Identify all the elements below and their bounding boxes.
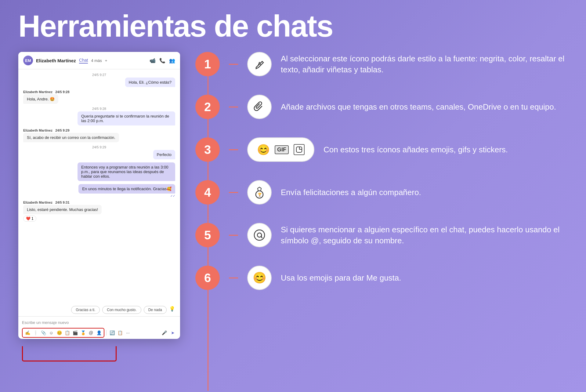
gif-icon[interactable]: 😊 (56, 329, 63, 336)
number-2: 2 (195, 95, 220, 119)
emoji-icon[interactable]: ☺ (48, 329, 55, 336)
toolbar: ✍ ❕ 📎 ☺ 😊 📋 🎬 🏅 @ 👤 🔄 📋 ··· 🎤 ➤ (22, 328, 176, 338)
gif-feature-icon: GIF (275, 145, 289, 154)
connector-h (229, 107, 238, 107)
loop-icon[interactable]: 🔄 (108, 329, 116, 336)
gif2-icon[interactable]: 🎬 (71, 329, 79, 336)
feature-text-3: Con estos tres íconos añades emojis, gif… (324, 144, 571, 155)
feature-item-2: 2 Añade archivos que tengas en otros tea… (195, 95, 571, 119)
mention-feature-icon (247, 223, 272, 247)
message-bubble: Hola, Andre. 🤩 (23, 94, 58, 104)
feature-item-1: 1 A Al seleccionar este ícono podrás dar… (195, 52, 571, 76)
message-bubble: Quería preguntarte si te confirmaron la … (78, 111, 175, 125)
message-bubble: Listo, estaré pendiente. Muchas gracias! (23, 205, 102, 214)
chat-header: EM Elizabeth Martínez Chat 4 más + 📹 📞 👥 (18, 52, 180, 69)
msg-timestamp: 24/5 9:27 (92, 73, 106, 77)
important-icon[interactable]: ❕ (32, 329, 39, 336)
number-3: 3 (195, 137, 220, 162)
connector-h (229, 235, 238, 236)
msg-sender: Elizabeth Martínez 24/5 9:31 (23, 201, 70, 204)
svg-text:🏆: 🏆 (258, 192, 262, 197)
feature-text-2: Añade archivos que tengas en otros teams… (281, 101, 571, 112)
send-icon[interactable]: ➤ (169, 329, 176, 336)
suggestions-icon: 💡 (169, 306, 175, 314)
connector-h (229, 278, 238, 278)
format-text-feature-icon: A (247, 52, 272, 76)
phone-call-icon[interactable]: 📞 (159, 58, 165, 64)
medal-svg: 🏆 (254, 186, 265, 199)
header-action-icons: 📹 📞 👥 (150, 58, 175, 64)
message-group: Elizabeth Martínez 24/5 9:29 Sí, acabo d… (23, 129, 175, 142)
sticker-icon[interactable]: 📋 (63, 329, 71, 336)
toolbar-highlighted-group: ✍ ❕ 📎 ☺ 😊 📋 🎬 🏅 @ 👤 (22, 328, 104, 338)
chat-tab-label[interactable]: Chat (79, 58, 88, 64)
message-input-placeholder[interactable]: Escribe un mensaje nuevo (22, 319, 176, 326)
message-group: En unos minutos te llega la notificación… (23, 184, 175, 198)
msg-sender: Elizabeth Martínez 24/5 9:29 (23, 129, 70, 132)
format-text-icon[interactable]: ✍ (24, 329, 31, 336)
participants-icon[interactable]: 👥 (169, 58, 175, 64)
reaction-badge[interactable]: ❤️ 1 (23, 216, 36, 222)
svg-text:A: A (258, 61, 261, 66)
pen-svg: A (253, 58, 266, 71)
feature-item-5: 5 Si quieres mencionar a alguien específ… (195, 223, 571, 247)
reaction-count: 1 (31, 216, 34, 221)
quick-reply-1[interactable]: Gracias a ti. (71, 306, 100, 314)
message-group: 24/5 9:28 Quería preguntarte si te confi… (23, 107, 175, 125)
people-icon[interactable]: 👤 (95, 329, 103, 336)
read-receipt-icon: ✓✓ (170, 194, 175, 198)
message-bubble: Sí, acabo de recibir un correo con la co… (23, 133, 119, 142)
svg-point-5 (257, 233, 262, 237)
features-list: 1 A Al seleccionar este ícono podrás dar… (195, 52, 571, 290)
message-group: Entonces voy a programar otra reunión a … (23, 162, 175, 181)
quick-reply-3[interactable]: De nada (144, 306, 167, 314)
connector-h (229, 64, 238, 65)
chat-window: EM Elizabeth Martínez Chat 4 más + 📹 📞 👥… (18, 52, 180, 339)
praise-icon[interactable]: 🏅 (79, 329, 87, 336)
message-bubble: Entonces voy a programar otra reunión a … (78, 162, 175, 181)
quick-reply-2[interactable]: Con mucho gusto. (102, 306, 141, 314)
message-group: Elizabeth Martínez 24/5 9:31 Listo, esta… (23, 201, 175, 222)
add-tab-button[interactable]: + (105, 58, 107, 63)
page-title: Herramientas de chats (18, 9, 333, 43)
number-1: 1 (195, 52, 220, 76)
msg-timestamp: 24/5 9:29 (92, 145, 106, 149)
like-emoji-symbol: 😊 (253, 271, 266, 284)
whiteboard-icon[interactable]: 📋 (116, 329, 124, 336)
message-bubble: Perfecto (153, 150, 175, 159)
message-bubble: En unos minutos te llega la notificación… (78, 184, 175, 194)
feature-text-5: Si quieres mencionar a alguien específic… (281, 224, 571, 246)
emoji-gif-sticker-icons: 😊 GIF (247, 137, 314, 162)
number-6: 6 (195, 266, 220, 290)
paperclip-svg (253, 101, 266, 113)
number-4: 4 (195, 180, 220, 205)
like-emoji-feature-icon: 😊 (247, 266, 272, 290)
contact-name: Elizabeth Martínez (36, 58, 76, 63)
mention-icon[interactable]: @ (87, 329, 95, 336)
attach-feature-icon (247, 95, 272, 119)
medal-feature-icon: 🏆 (247, 180, 272, 205)
msg-timestamp: 24/5 9:28 (92, 107, 106, 111)
chat-input-area: Escribe un mensaje nuevo ✍ ❕ 📎 ☺ 😊 📋 🎬 🏅… (18, 316, 180, 339)
message-group: Elizabeth Martínez 24/5 9:28 Hola, Andre… (23, 90, 175, 104)
feature-text-6: Usa los emojis para dar Me gusta. (281, 272, 571, 283)
feature-text-4: Envía felicitaciones a algún compañero. (281, 187, 571, 198)
toolbar-right-icons: 🎤 ➤ (161, 329, 176, 336)
reaction-row: ❤️ 1 (23, 216, 36, 222)
dictate-icon[interactable]: 🎤 (161, 329, 168, 336)
msg-sender: Elizabeth Martínez 24/5 9:28 (23, 90, 70, 94)
feature-item-6: 6 😊 Usa los emojis para dar Me gusta. (195, 266, 571, 290)
more-options-icon[interactable]: ··· (124, 329, 132, 336)
connector-h (229, 192, 238, 193)
quick-replies-bar: Gracias a ti. Con mucho gusto. De nada 💡 (18, 303, 180, 316)
message-group: 24/5 9:27 Hola, Eli. ¿Cómo estás? (23, 73, 175, 87)
avatar: EM (23, 56, 33, 65)
more-tabs[interactable]: 4 más (91, 58, 102, 63)
connector-h (229, 149, 238, 150)
video-call-icon[interactable]: 📹 (150, 58, 156, 64)
at-svg (253, 229, 266, 241)
reaction-emoji: ❤️ (26, 216, 31, 221)
svg-point-4 (254, 230, 265, 240)
attach-icon[interactable]: 📎 (40, 329, 47, 336)
sticker-feature-icon (294, 144, 305, 155)
